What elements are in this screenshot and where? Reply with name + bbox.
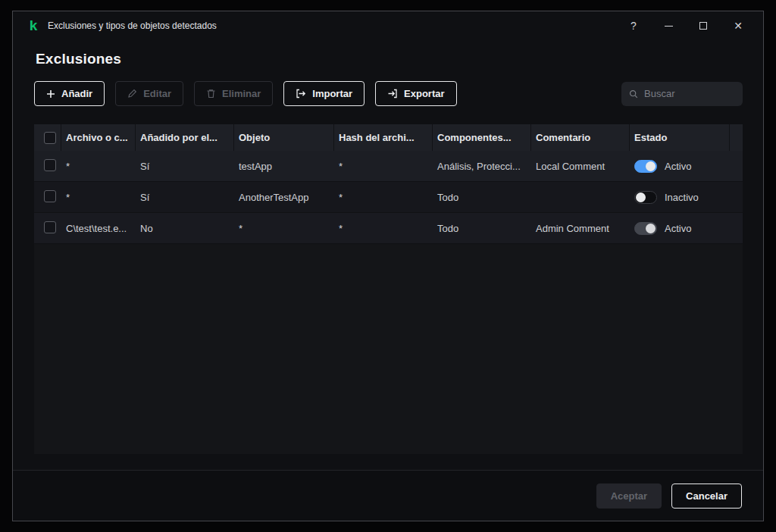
accept-button[interactable]: Aceptar bbox=[596, 483, 662, 509]
column-header-components[interactable]: Componentes... bbox=[433, 124, 531, 151]
cell-comment: Local Comment bbox=[531, 161, 630, 172]
search-input[interactable] bbox=[644, 88, 735, 99]
cancel-button[interactable]: Cancelar bbox=[671, 483, 742, 509]
import-button[interactable]: Importar bbox=[283, 81, 365, 106]
export-button-label: Exportar bbox=[404, 88, 444, 99]
cell-file: C\test\test.e... bbox=[61, 223, 136, 234]
trash-icon bbox=[206, 89, 216, 99]
window-title: Exclusiones y tipos de objetos detectado… bbox=[48, 20, 217, 31]
close-button[interactable]: ✕ bbox=[721, 14, 756, 37]
edit-button[interactable]: Editar bbox=[115, 81, 183, 106]
cell-components: Análisis, Protecci... bbox=[433, 161, 531, 172]
state-toggle[interactable] bbox=[634, 191, 657, 204]
column-header-file[interactable]: Archivo o c... bbox=[61, 124, 136, 151]
cell-components: Todo bbox=[433, 223, 531, 234]
table-row[interactable]: * Sí testApp * Análisis, Protecci... Loc… bbox=[34, 151, 743, 182]
state-label: Activo bbox=[665, 223, 691, 234]
toggle-knob bbox=[636, 192, 646, 202]
row-checkbox[interactable] bbox=[44, 190, 56, 202]
toggle-knob bbox=[646, 161, 656, 171]
maximize-icon bbox=[699, 22, 707, 30]
cell-comment: Admin Comment bbox=[531, 223, 630, 234]
search-box[interactable] bbox=[621, 82, 743, 106]
state-label: Inactivo bbox=[665, 192, 699, 203]
delete-button[interactable]: Eliminar bbox=[194, 81, 273, 106]
column-header-hash[interactable]: Hash del archi... bbox=[334, 124, 433, 151]
cell-file: * bbox=[61, 161, 136, 172]
window-controls: ? ✕ bbox=[616, 14, 756, 37]
column-header-comment[interactable]: Comentario bbox=[531, 124, 630, 151]
table-empty-area bbox=[34, 244, 743, 454]
export-icon bbox=[387, 89, 398, 99]
page-title: Exclusiones bbox=[36, 51, 743, 67]
export-button[interactable]: Exportar bbox=[375, 81, 456, 106]
edit-button-label: Editar bbox=[143, 88, 171, 99]
cell-added-by: Sí bbox=[136, 192, 234, 203]
select-all-checkbox[interactable] bbox=[44, 132, 56, 144]
delete-button-label: Eliminar bbox=[222, 88, 261, 99]
row-checkbox[interactable] bbox=[44, 159, 56, 171]
state-toggle[interactable] bbox=[634, 160, 657, 173]
table-row[interactable]: * Sí AnotherTestApp * Todo Inactivo bbox=[34, 182, 743, 213]
import-button-label: Importar bbox=[312, 88, 352, 99]
cell-hash: * bbox=[334, 192, 433, 203]
exclusions-window: k Exclusiones y tipos de objetos detecta… bbox=[12, 11, 764, 521]
cell-file: * bbox=[61, 192, 136, 203]
toolbar: Añadir Editar Eliminar Importar Exportar bbox=[34, 81, 743, 106]
row-checkbox[interactable] bbox=[44, 221, 56, 233]
toggle-knob bbox=[646, 224, 656, 233]
exclusions-table: Archivo o c... Añadido por el... Objeto … bbox=[34, 124, 743, 454]
cell-object: * bbox=[234, 223, 334, 234]
titlebar: k Exclusiones y tipos de objetos detecta… bbox=[13, 11, 763, 40]
plus-icon bbox=[46, 89, 55, 99]
column-header-added-by[interactable]: Añadido por el... bbox=[136, 124, 234, 151]
column-header-state[interactable]: Estado bbox=[630, 124, 730, 151]
cell-added-by: Sí bbox=[136, 161, 234, 172]
state-label: Activo bbox=[665, 161, 691, 172]
add-button-label: Añadir bbox=[61, 88, 92, 99]
table-header-row: Archivo o c... Añadido por el... Objeto … bbox=[34, 124, 743, 151]
add-button[interactable]: Añadir bbox=[34, 81, 105, 106]
table-row[interactable]: C\test\test.e... No * * Todo Admin Comme… bbox=[34, 213, 743, 244]
column-header-object[interactable]: Objeto bbox=[234, 124, 334, 151]
cell-hash: * bbox=[334, 223, 433, 234]
footer: Aceptar Cancelar bbox=[13, 470, 763, 521]
cell-object: testApp bbox=[234, 161, 334, 172]
help-button[interactable]: ? bbox=[616, 14, 651, 37]
kaspersky-logo-icon: k bbox=[25, 17, 42, 34]
cell-components: Todo bbox=[433, 192, 531, 203]
cell-object: AnotherTestApp bbox=[234, 192, 334, 203]
cell-hash: * bbox=[334, 161, 433, 172]
maximize-button[interactable] bbox=[686, 14, 721, 37]
pencil-icon bbox=[127, 89, 137, 99]
minimize-icon bbox=[665, 26, 673, 27]
cell-added-by: No bbox=[136, 223, 234, 234]
minimize-button[interactable] bbox=[651, 14, 686, 37]
state-toggle[interactable] bbox=[634, 222, 657, 235]
import-icon bbox=[296, 89, 306, 99]
content-area: Exclusiones Añadir Editar Eliminar Impor… bbox=[13, 40, 763, 470]
search-icon bbox=[629, 89, 638, 99]
